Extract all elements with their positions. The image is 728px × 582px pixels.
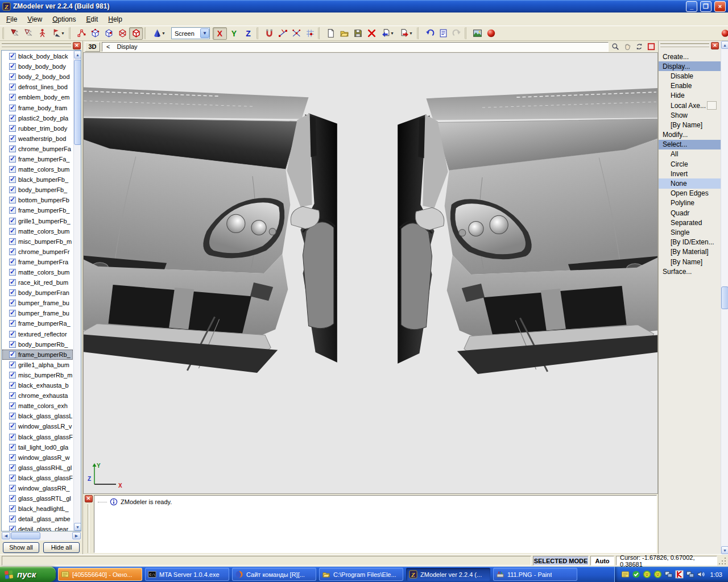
undo-button[interactable]: ▼ <box>423 27 436 40</box>
command-item[interactable]: Invert <box>659 169 721 178</box>
object-visibility-checkbox[interactable] <box>9 423 16 430</box>
object-visibility-checkbox[interactable] <box>9 73 16 80</box>
object-visibility-checkbox[interactable] <box>9 156 16 163</box>
panel-grip[interactable] <box>660 44 709 47</box>
scroll-up-icon[interactable]: ▲ <box>74 51 81 59</box>
menu-item[interactable]: File <box>1 13 22 26</box>
docked-material-icon[interactable] <box>721 28 728 38</box>
object-list-item[interactable]: misc_bumperRb_m <box>2 370 73 380</box>
object-list-item[interactable]: body_body_body <box>2 61 73 72</box>
command-item[interactable]: Circle <box>659 159 721 169</box>
object-list-item[interactable]: black_bumperFb_ <box>2 174 73 185</box>
tray-kaspersky-icon[interactable] <box>675 570 684 579</box>
object-list-item[interactable]: bottom_bumperFb <box>2 195 73 205</box>
object-list-item[interactable]: detail_glass_ambe <box>2 514 73 524</box>
object-list-item[interactable]: tail_light_lod0_gla <box>2 442 73 452</box>
tray-smiley2-icon[interactable] <box>653 570 662 579</box>
object-list-item[interactable]: plastic2_body_pla <box>2 113 73 123</box>
object-list-item[interactable]: misc_bumperFb_m <box>2 236 73 247</box>
object-visibility-checkbox[interactable] <box>9 269 16 276</box>
object-list-item[interactable]: bumper_frame_bu <box>2 298 73 308</box>
object-list-item[interactable]: race_kit_red_bum <box>2 277 73 288</box>
task-explorer-folder[interactable]: C:\Program Files\Ele... <box>319 568 403 581</box>
show-all-button[interactable]: Show all <box>3 542 39 553</box>
object-visibility-checkbox[interactable] <box>9 94 16 101</box>
texture-browser-button[interactable]: ▼ <box>470 27 484 40</box>
object-list-item[interactable]: frame_bumperRb_ <box>2 350 73 360</box>
command-item[interactable]: Separated <box>659 218 721 227</box>
command-item[interactable]: Disable <box>659 71 721 81</box>
commands-panel-close-icon[interactable]: ✕ <box>711 42 719 49</box>
object-visibility-checkbox[interactable] <box>9 197 16 203</box>
object-list-item[interactable]: grille1_alpha_bum <box>2 360 73 370</box>
command-item[interactable]: Surface... <box>659 267 721 276</box>
object-list-item[interactable]: body_bumperRb_ <box>2 339 73 350</box>
snap-grid-button[interactable]: ▼ <box>303 27 317 40</box>
command-item[interactable]: [By Name] <box>659 120 721 130</box>
objects-hscrollbar[interactable]: ◀ ▶ <box>2 532 81 541</box>
object-list-item[interactable]: chrome_bumperFa <box>2 144 73 154</box>
object-list-item[interactable]: black_glass_glassF <box>2 431 73 442</box>
gray-flag-tool-button[interactable]: ▼ <box>22 27 35 40</box>
command-item[interactable]: [By Name] <box>659 257 721 267</box>
menu-item[interactable]: Help <box>103 13 127 26</box>
tray-volume-icon[interactable] <box>697 570 705 579</box>
object-list-item[interactable]: black_body_black <box>2 51 73 61</box>
object-visibility-checkbox[interactable] <box>9 351 16 358</box>
object-visibility-checkbox[interactable] <box>9 331 16 338</box>
object-list-item[interactable]: rubber_trim_body <box>2 123 73 134</box>
viewport-3d-canvas[interactable]: Y X Z <box>83 52 658 494</box>
object-list-item[interactable]: body_bumperFran <box>2 288 73 298</box>
object-visibility-checkbox[interactable] <box>9 505 16 512</box>
command-item[interactable]: Open Edges <box>659 189 721 198</box>
object-visibility-checkbox[interactable] <box>9 516 16 522</box>
menu-item[interactable]: View <box>22 13 47 26</box>
object-visibility-checkbox[interactable] <box>9 464 16 471</box>
command-item[interactable]: Quadr <box>659 208 721 218</box>
object-visibility-checkbox[interactable] <box>9 413 16 419</box>
tray-smiley-icon[interactable] <box>643 570 651 579</box>
scroll-up-icon[interactable]: ▲ <box>721 41 728 49</box>
object-list-item[interactable]: black_exhausta_b <box>2 380 73 390</box>
object-list-item[interactable]: emblem_body_em <box>2 92 73 102</box>
object-list-item[interactable]: frame_bumperFb_ <box>2 205 73 215</box>
object-visibility-checkbox[interactable] <box>9 125 16 132</box>
object-visibility-checkbox[interactable] <box>9 310 16 317</box>
restore-button[interactable]: ❐ <box>700 1 712 12</box>
snap-intersection-button[interactable]: ▼ <box>289 27 303 40</box>
car-model-left[interactable] <box>83 84 337 378</box>
command-item[interactable]: Enable <box>659 81 721 91</box>
command-item[interactable]: Select... <box>659 140 721 149</box>
object-visibility-checkbox[interactable] <box>9 53 16 60</box>
scroll-down-icon[interactable]: ▼ <box>721 546 728 554</box>
maximize-viewport-icon[interactable] <box>646 42 656 52</box>
vertex-level-button[interactable]: ▼ <box>75 27 88 40</box>
axis-x-button[interactable]: X <box>213 27 227 40</box>
scroll-thumb[interactable] <box>74 60 81 145</box>
axis-z-button[interactable]: Z <box>241 27 255 40</box>
view-back-arrow[interactable]: < <box>106 43 110 50</box>
axes-space-combo[interactable]: Screen ▼ <box>171 27 210 39</box>
object-list-item[interactable]: defrost_lines_bod <box>2 82 73 92</box>
object-visibility-checkbox[interactable] <box>9 146 16 152</box>
object-level-button[interactable]: ▼ <box>115 27 129 40</box>
log-close-icon[interactable]: ✕ <box>85 495 93 502</box>
message-log[interactable]: ZModeler is ready. <box>94 495 657 553</box>
object-list-item[interactable]: matte_colors_bum <box>2 226 73 236</box>
window-titlebar[interactable]: ZModeler ver 2.2.4 (Build 981) _ ❐ × <box>0 0 728 13</box>
magnet-snap-button[interactable]: ▼ <box>262 27 276 40</box>
object-visibility-checkbox[interactable] <box>9 105 16 111</box>
tray-icq-icon[interactable] <box>621 570 630 579</box>
command-item[interactable]: Display... <box>659 61 721 71</box>
task-icq-window[interactable]: [405556640] - Окно... <box>58 568 142 581</box>
menu-item[interactable]: Edit <box>81 13 104 26</box>
object-list-item[interactable]: detail_glass_clear <box>2 524 73 531</box>
material-editor-button[interactable]: ▼ <box>484 27 498 40</box>
save-file-button[interactable]: ▼ <box>351 27 365 40</box>
objects-panel-header[interactable]: ✕ <box>0 41 82 50</box>
object-list-item[interactable]: weatherstrip_bod <box>2 134 73 144</box>
lamp-tool-button[interactable]: ▼ <box>49 27 68 40</box>
object-visibility-checkbox[interactable] <box>9 228 16 235</box>
object-visibility-checkbox[interactable] <box>9 372 16 379</box>
selected-mode-button[interactable]: ▼ <box>129 27 143 40</box>
